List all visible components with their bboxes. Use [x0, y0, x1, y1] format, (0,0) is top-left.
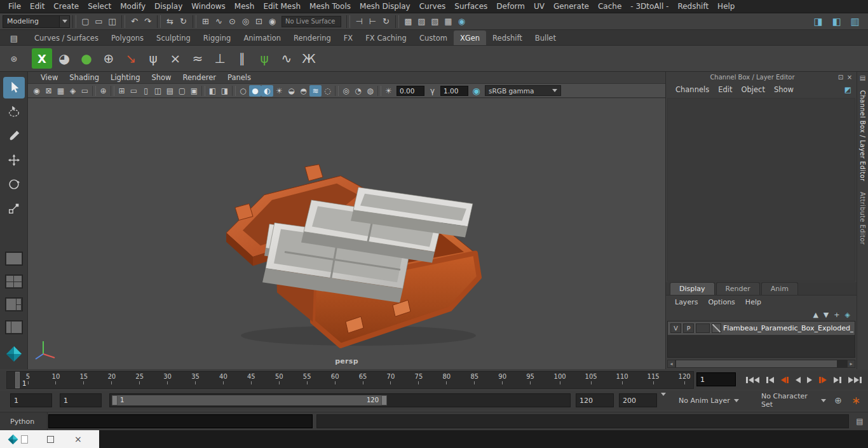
paint-select-tool-button[interactable] — [3, 125, 25, 147]
separator[interactable] — [232, 86, 236, 96]
step-forward-frame-button[interactable] — [832, 374, 843, 386]
panel-menu-item[interactable]: Renderer — [178, 73, 222, 82]
select-tool-button[interactable] — [3, 77, 25, 98]
menu-item[interactable]: Mesh Display — [355, 0, 415, 13]
separator[interactable] — [377, 86, 381, 96]
attribute-editor-toggle-icon[interactable]: ◨ — [811, 15, 825, 28]
channel-box-menu-item[interactable]: Object — [737, 85, 770, 94]
close-window-icon[interactable]: × — [74, 435, 82, 444]
groom-noise-icon[interactable]: ≈ — [187, 48, 208, 69]
groom-place-icon[interactable]: ⊥ — [210, 48, 230, 69]
maximize-window-icon[interactable] — [47, 436, 54, 443]
layer-name[interactable]: Flambeau_Paramedic_Box_Exploded_ — [723, 324, 853, 332]
menu-item[interactable]: Deform — [492, 0, 529, 13]
move-layer-down-icon[interactable]: ▼ — [824, 311, 829, 319]
snap-to-grids-icon[interactable]: ⊞ — [199, 15, 212, 28]
menu-item[interactable]: Cache — [593, 0, 626, 13]
render-settings-icon[interactable]: ▦ — [442, 15, 455, 28]
shelf-menu-icon[interactable]: ▤ — [8, 32, 21, 45]
menu-item[interactable]: Windows — [187, 0, 230, 13]
anti-aliasing-icon[interactable]: ≋ — [309, 85, 322, 97]
scrollbar-track[interactable] — [675, 360, 847, 368]
film-gate-icon[interactable]: ▭ — [128, 85, 140, 97]
gate-mask-icon[interactable]: ◫ — [152, 85, 164, 97]
shelf-options-gear-icon[interactable]: ⊛ — [8, 52, 21, 65]
playback-start-field[interactable] — [60, 393, 102, 407]
viewport-canvas[interactable]: persp — [28, 98, 665, 369]
animation-preferences-icon[interactable]: ∗ — [849, 393, 863, 407]
isolate-select-icon[interactable]: ◎ — [340, 85, 352, 97]
image-plane-icon[interactable]: ▭ — [79, 85, 91, 97]
play-forwards-button[interactable] — [806, 374, 813, 386]
menu-item[interactable]: File — [4, 0, 25, 13]
layer-color-swatch[interactable] — [712, 323, 721, 333]
panel-menu-item[interactable]: Show — [147, 73, 177, 82]
safe-action-icon[interactable]: ▢ — [176, 85, 188, 97]
shelf-tab[interactable]: Animation — [237, 31, 287, 45]
step-forward-key-button[interactable] — [818, 374, 828, 386]
go-to-start-button[interactable] — [745, 374, 761, 386]
layout-two-pane-side-button[interactable] — [5, 297, 23, 311]
layer-editor-menu-item[interactable]: Help — [742, 298, 765, 306]
snap-to-curves-icon[interactable]: ∿ — [212, 15, 226, 28]
dock-tab[interactable]: Channel Box / Layer Editor — [859, 85, 866, 187]
menu-item[interactable]: Redshift — [673, 0, 713, 13]
dock-tab[interactable]: Attribute Editor — [859, 187, 866, 250]
panel-menu-item[interactable]: Lighting — [105, 73, 145, 82]
xgen-groomable-spline-icon[interactable]: ● — [76, 48, 97, 69]
ipr-render-icon[interactable]: ▧ — [428, 15, 442, 28]
xgen-grass-preset-icon[interactable]: ψ — [254, 48, 275, 69]
channel-box-menu-item[interactable]: Show — [770, 85, 798, 94]
shelf-tab[interactable]: Polygons — [105, 31, 150, 45]
layer-row[interactable]: V P Flambeau_Paramedic_Box_Exploded_ — [668, 322, 855, 335]
xgen-clump-modifier-icon[interactable]: Ж — [299, 48, 319, 69]
channel-box-menu-item[interactable]: Channels — [671, 85, 714, 94]
rotate-tool-button[interactable] — [3, 173, 25, 195]
redo-icon[interactable]: ↷ — [141, 15, 154, 28]
open-scene-icon[interactable]: ▭ — [92, 15, 105, 28]
render-current-frame-icon[interactable]: ▨ — [415, 15, 428, 28]
layout-four-pane-button[interactable] — [5, 275, 23, 288]
shaded-icon[interactable]: ● — [249, 85, 261, 97]
menu-item[interactable]: Curves — [415, 0, 451, 13]
taskbar-window-button[interactable]: × — [0, 430, 99, 448]
playback-options-chevron[interactable] — [661, 396, 666, 404]
menu-item[interactable]: Generate — [549, 0, 593, 13]
symmetry-icon[interactable]: ⇆ — [163, 15, 177, 28]
playback-end-field[interactable] — [576, 393, 614, 407]
time-slider-track[interactable]: 1 51015202530354045505560657075808590951… — [6, 371, 694, 389]
anim-layer-selector[interactable]: No Anim Layer — [675, 393, 754, 407]
scale-tool-button[interactable] — [3, 198, 25, 219]
lasso-select-tool-button[interactable] — [3, 101, 25, 123]
exposure-field[interactable] — [397, 86, 424, 96]
bookmarks-icon[interactable]: ◈ — [67, 85, 79, 97]
color-management-icon[interactable]: ◉ — [470, 85, 482, 97]
create-empty-layer-icon[interactable]: + — [834, 311, 839, 319]
groom-cut-icon[interactable]: × — [165, 48, 186, 69]
make-object-live-icon[interactable]: ◉ — [266, 15, 279, 28]
exposure-icon[interactable]: ☀ — [383, 85, 395, 97]
lock-camera-icon[interactable]: ⊠ — [43, 85, 55, 97]
shelf-tab[interactable]: FX — [337, 31, 360, 45]
current-time-field[interactable] — [696, 372, 736, 386]
panel-menu-item[interactable]: Shading — [64, 73, 104, 82]
groom-comb-icon[interactable]: ψ — [143, 48, 163, 69]
evaluation-icon[interactable]: ↻ — [177, 15, 190, 28]
character-set-selector[interactable]: No Character Set — [757, 393, 830, 407]
auto-keyframe-icon[interactable]: ⊕ — [831, 393, 845, 407]
menu-item[interactable]: Create — [49, 0, 83, 13]
wireframe-icon[interactable]: ○ — [237, 85, 249, 97]
menu-item[interactable]: UV — [529, 0, 549, 13]
field-chart-icon[interactable]: ▤ — [164, 85, 176, 97]
layout-single-pane-button[interactable] — [5, 252, 23, 266]
select-camera-icon[interactable]: ◉ — [31, 85, 43, 97]
create-layer-from-selected-icon[interactable]: ◈ — [845, 311, 850, 319]
separator[interactable] — [92, 86, 96, 96]
menu-item[interactable]: Surfaces — [450, 0, 492, 13]
move-layer-up-icon[interactable]: ▲ — [813, 311, 818, 319]
shelf-tab[interactable]: Rigging — [197, 31, 238, 45]
step-back-frame-button[interactable] — [765, 374, 775, 386]
shelf-tab[interactable]: XGen — [454, 31, 486, 45]
layout-outliner-persp-button[interactable] — [5, 320, 23, 334]
x-ray-icon[interactable]: ◔ — [352, 85, 364, 97]
